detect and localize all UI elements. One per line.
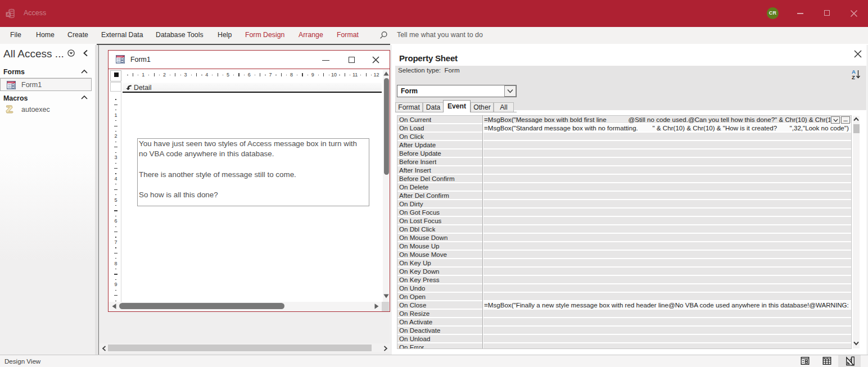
svg-text:Z: Z xyxy=(852,74,855,80)
svg-text:A: A xyxy=(7,12,10,17)
